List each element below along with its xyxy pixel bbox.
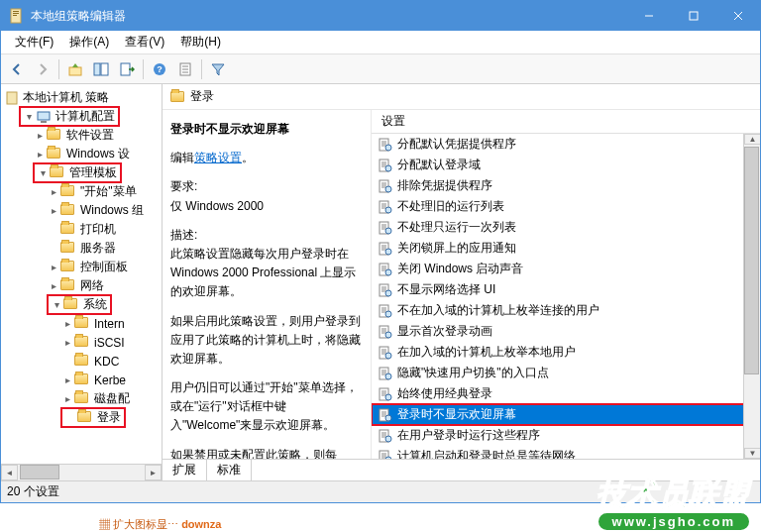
list-item-label: 不在加入域的计算机上枚举连接的用户 (397, 302, 599, 319)
list-row[interactable]: 隐藏"快速用户切换"的入口点 (372, 363, 760, 383)
tree-label: 服务器 (78, 240, 118, 257)
filter-button[interactable] (206, 57, 230, 81)
tree-item[interactable]: ▸Windows 组 (1, 201, 162, 220)
properties-button[interactable] (173, 57, 197, 81)
list-row[interactable]: 计算机启动和登录时总是等待网络 (372, 446, 760, 459)
tree-expand-icon[interactable]: ▸ (47, 205, 60, 216)
folder-icon (60, 204, 76, 218)
tree-expand-icon[interactable]: ▾ (50, 299, 63, 310)
menu-view[interactable]: 查看(V) (117, 32, 172, 53)
svg-point-45 (385, 228, 391, 234)
tree-item[interactable]: ▸Kerbe (1, 371, 162, 389)
list-row[interactable]: 关闭锁屏上的应用通知 (372, 238, 760, 259)
edit-policy-link[interactable]: 策略设置 (194, 151, 242, 164)
tree-item[interactable]: ▾计算机配置 (1, 107, 162, 126)
tree-expand-icon[interactable]: ▸ (33, 130, 47, 141)
list-row[interactable]: 不在加入域的计算机上枚举连接的用户 (372, 300, 760, 321)
list-row[interactable]: 分配默认凭据提供程序 (372, 134, 760, 155)
tree-item[interactable]: ▸Windows 设 (1, 145, 162, 163)
svg-point-50 (385, 249, 391, 255)
forward-button[interactable] (31, 57, 54, 81)
svg-text:?: ? (157, 64, 163, 74)
tree-root[interactable]: 本地计算机 策略 (1, 88, 162, 107)
folder-icon (50, 166, 65, 180)
list-row[interactable]: 在用户登录时运行这些程序 (372, 425, 760, 446)
list-row[interactable]: 登录时不显示欢迎屏幕 (372, 404, 760, 425)
scroll-thumb-h[interactable] (20, 465, 59, 479)
list-row[interactable]: 在加入域的计算机上枚举本地用户 (372, 342, 760, 363)
tree-expand-icon[interactable]: ▸ (60, 337, 74, 348)
detail-header: 登录 (163, 84, 760, 110)
list-scrollbar-v[interactable]: ▲ ▼ (743, 134, 760, 459)
list-row[interactable]: 始终使用经典登录 (372, 383, 760, 404)
tree-item[interactable]: 打印机 (1, 220, 162, 239)
policy-item-icon (378, 242, 393, 256)
scroll-down-arrow[interactable]: ▼ (744, 448, 760, 459)
svg-point-95 (385, 436, 391, 442)
help-button[interactable]: ? (148, 57, 171, 81)
tree-item[interactable]: ▸软件设置 (1, 126, 162, 145)
scroll-right-arrow[interactable]: ► (145, 465, 162, 480)
tree-item[interactable]: ▸Intern (1, 314, 162, 333)
tree-expand-icon[interactable]: ▾ (22, 111, 36, 122)
menu-file[interactable]: 文件(F) (7, 32, 61, 53)
list-item-label: 分配默认登录域 (397, 157, 481, 173)
list-item-label: 显示首次登录动画 (397, 323, 492, 340)
tab-standard[interactable]: 标准 (207, 460, 252, 480)
menubar: 文件(F) 操作(A) 查看(V) 帮助(H) (1, 31, 760, 54)
list-row[interactable]: 排除凭据提供程序 (372, 175, 760, 196)
menu-help[interactable]: 帮助(H) (172, 32, 229, 53)
tree-expand-icon[interactable]: ▸ (47, 280, 60, 291)
up-button[interactable] (63, 57, 87, 81)
folder-icon (60, 242, 76, 256)
tab-extended[interactable]: 扩展 (163, 460, 207, 480)
list-row[interactable]: 显示首次登录动画 (372, 321, 760, 342)
tree-expand-icon[interactable]: ▸ (33, 149, 47, 160)
tree-expand-icon[interactable]: ▸ (47, 186, 60, 197)
list-header[interactable]: 设置 (372, 110, 760, 134)
minimize-button[interactable] (626, 1, 671, 31)
tree-expand-icon[interactable]: ▸ (47, 262, 60, 272)
app-icon (9, 8, 25, 24)
list-item-label: 分配默认凭据提供程序 (397, 136, 516, 153)
tree-expand-icon[interactable]: ▾ (36, 167, 50, 178)
tree-item[interactable]: ▾系统 (1, 295, 162, 314)
list-row[interactable]: 分配默认登录域 (372, 155, 760, 175)
menu-action[interactable]: 操作(A) (61, 32, 117, 53)
policy-item-icon (378, 179, 393, 193)
tree-item[interactable]: ▸iSCSI (1, 333, 162, 352)
tree-item[interactable]: ▾管理模板 (1, 163, 162, 182)
list-item-label: 不显示网络选择 UI (397, 281, 495, 298)
tree-label: Kerbe (92, 373, 128, 387)
tree-expand-icon[interactable]: ▸ (60, 318, 74, 329)
tree-label: 管理模板 (67, 164, 119, 181)
tree-label: 控制面板 (78, 259, 130, 275)
back-button[interactable] (5, 57, 29, 81)
tree-item[interactable]: ▸控制面板 (1, 258, 162, 276)
show-hide-button[interactable] (89, 57, 113, 81)
scroll-up-arrow[interactable]: ▲ (744, 134, 760, 145)
tree-item[interactable]: ▸磁盘配 (1, 389, 162, 408)
list-row[interactable]: 不处理只运行一次列表 (372, 217, 760, 238)
maximize-button[interactable] (671, 1, 715, 31)
folder-icon (60, 279, 76, 293)
list-row[interactable]: 不显示网络选择 UI (372, 279, 760, 300)
list-item-label: 始终使用经典登录 (397, 385, 492, 402)
policy-item-icon (378, 325, 393, 339)
list-row[interactable]: 不处理旧的运行列表 (372, 196, 760, 217)
req-value: 仅 Windows 2000 (170, 199, 264, 213)
tree-scrollbar-h[interactable]: ◄ ► (1, 464, 162, 480)
tree-expand-icon[interactable]: ▸ (60, 393, 74, 404)
export-button[interactable] (115, 57, 139, 81)
tree-item[interactable]: KDC (1, 352, 162, 371)
scroll-thumb-v[interactable] (744, 147, 759, 374)
desc-label: 描述: (170, 228, 197, 242)
close-button[interactable] (715, 1, 760, 31)
tree-item[interactable]: ▸"开始"菜单 (1, 182, 162, 201)
tree-expand-icon[interactable]: ▸ (60, 374, 74, 385)
scroll-left-arrow[interactable]: ◄ (1, 465, 18, 480)
tree-item[interactable]: 服务器 (1, 239, 162, 258)
list-row[interactable]: 关闭 Windows 启动声音 (372, 259, 760, 279)
tree-item[interactable]: ▸网络 (1, 276, 162, 295)
tree-item[interactable]: 登录 (1, 408, 162, 427)
